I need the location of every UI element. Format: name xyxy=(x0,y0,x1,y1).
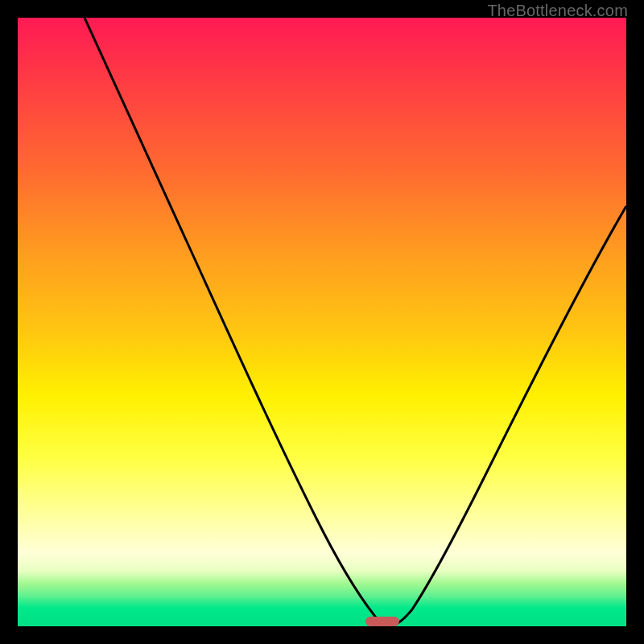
optimal-marker xyxy=(365,617,399,626)
curve-path xyxy=(85,18,626,625)
bottleneck-curve xyxy=(18,18,626,626)
chart-frame: TheBottleneck.com xyxy=(0,0,644,644)
plot-area xyxy=(18,18,626,626)
